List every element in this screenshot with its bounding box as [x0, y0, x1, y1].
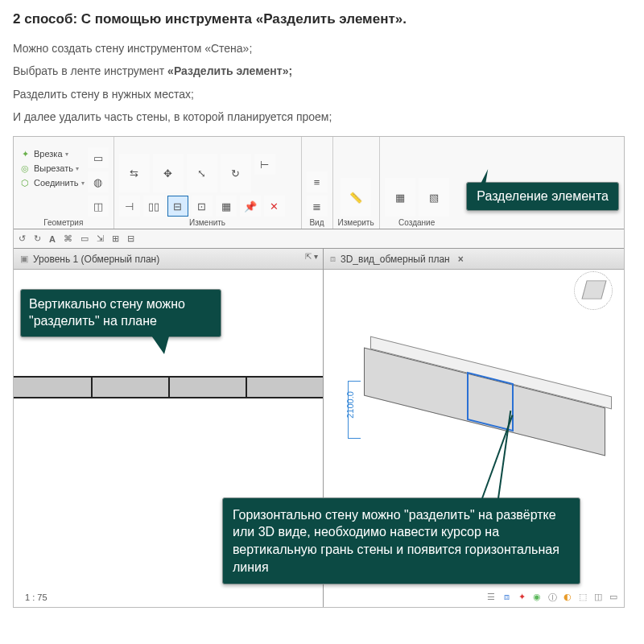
- qat-icon[interactable]: ⊟: [127, 233, 134, 244]
- cube-icon: ⧈: [330, 254, 336, 264]
- qat-icon[interactable]: ⊞: [112, 233, 119, 244]
- view-tool-a[interactable]: ≡: [307, 171, 328, 192]
- status-icon[interactable]: ▭: [608, 592, 619, 604]
- create-tool-b[interactable]: ▧: [419, 178, 449, 217]
- qat-icon[interactable]: ▭: [80, 233, 89, 244]
- 3d-tab-label: 3D_вид_обмерный план: [341, 254, 450, 265]
- cut-icon: ◎: [19, 162, 31, 175]
- wall-3d: 2100.0: [356, 353, 613, 450]
- create-tool-a[interactable]: ▦: [385, 178, 415, 217]
- join-icon: ⬡: [19, 176, 31, 189]
- qat-icon[interactable]: ⇲: [97, 233, 104, 244]
- modify-trim[interactable]: ⊢: [254, 154, 275, 175]
- tool-cut[interactable]: ◎Вырезать▾: [19, 162, 85, 175]
- modify-pin[interactable]: 📌: [240, 196, 261, 217]
- modify-array[interactable]: ▦: [216, 196, 237, 217]
- intro-line-3: Разделить стену в нужных местах;: [13, 86, 631, 102]
- geom-tool-b[interactable]: ◍: [88, 171, 109, 192]
- intro-text: Можно создать стену инструментом «Стена»…: [13, 40, 631, 125]
- view-status-bar: ☰ ⧈ ✦ ◉ Ⓘ ◐ ⬚ ◫ ▭: [485, 592, 619, 604]
- wall-plan: [14, 376, 323, 398]
- view-maximize[interactable]: ⇱ ▾: [305, 252, 318, 261]
- view-icon: ▣: [20, 254, 28, 264]
- geom-tool-a[interactable]: ▭: [88, 147, 109, 168]
- intro-line-2: Выбрать в ленте инструмент «Разделить эл…: [13, 63, 631, 79]
- status-icon[interactable]: ⧈: [501, 592, 512, 604]
- qat-icon[interactable]: A: [49, 234, 56, 244]
- status-icon[interactable]: ☰: [485, 592, 497, 604]
- insert-icon: ✦: [19, 147, 31, 160]
- plan-tab-label: Уровень 1 (Обмерный план): [33, 254, 159, 265]
- viewports: ▣ Уровень 1 (Обмерный план) ⇱ ▾ Вертикал…: [14, 249, 624, 607]
- group-label-view: Вид: [309, 218, 324, 227]
- status-icon[interactable]: ✦: [516, 592, 527, 604]
- status-icon[interactable]: Ⓘ: [547, 592, 558, 604]
- app-screenshot: ✦Врезка▾ ◎Вырезать▾ ⬡Соединить▾ ▭ ◍ ◫ Ге…: [13, 136, 625, 608]
- 3d-view[interactable]: ⧈ 3D_вид_обмерный план × 2100.0 Горизонт…: [324, 249, 624, 607]
- status-icon[interactable]: ◐: [562, 592, 573, 604]
- qat-icon[interactable]: ⌘: [64, 233, 72, 244]
- geom-tool-c[interactable]: ◫: [88, 196, 109, 217]
- callout-plan: Вертикально стену можно "разделить" на п…: [20, 289, 221, 337]
- group-label-modify: Изменить: [189, 218, 225, 227]
- view-cube[interactable]: [574, 271, 613, 310]
- modify-splitgap[interactable]: ⊡: [192, 196, 213, 217]
- plan-view-tab[interactable]: ▣ Уровень 1 (Обмерный план): [14, 249, 323, 270]
- measure-tool[interactable]: 📏: [341, 178, 371, 217]
- modify-align[interactable]: ⇆: [119, 154, 150, 192]
- group-label-geometry: Геометрия: [43, 218, 83, 227]
- qat-icon[interactable]: ↻: [34, 233, 41, 244]
- modify-extend[interactable]: ⊣: [119, 196, 140, 217]
- tool-join[interactable]: ⬡Соединить▾: [19, 176, 85, 189]
- 3d-view-tab[interactable]: ⧈ 3D_вид_обмерный план ×: [324, 249, 624, 270]
- dimension-value: 2100.0: [345, 391, 355, 419]
- quick-access-bar: ↺ ↻ A ⌘ ▭ ⇲ ⊞ ⊟: [14, 229, 624, 249]
- group-label-create: Создание: [398, 218, 435, 227]
- ribbon-tooltip: Разделение элемента: [466, 182, 619, 211]
- modify-mirror[interactable]: ▯▯: [143, 196, 164, 217]
- intro-line-4: И далее удалить часть стены, в которой п…: [13, 109, 631, 125]
- ribbon-group-geometry: ✦Врезка▾ ◎Вырезать▾ ⬡Соединить▾ ▭ ◍ ◫ Ге…: [14, 137, 114, 229]
- group-label-measure: Измерить: [338, 218, 374, 227]
- status-icon[interactable]: ◫: [592, 592, 604, 604]
- view-scale[interactable]: 1 : 75: [25, 592, 47, 602]
- modify-move[interactable]: ✥: [153, 154, 184, 192]
- tool-vrezka[interactable]: ✦Врезка▾: [19, 147, 85, 160]
- split-element-button[interactable]: ⊟: [167, 196, 188, 217]
- ribbon-group-measure: 📏 Измерить: [333, 137, 380, 229]
- intro-line-1: Можно создать стену инструментом «Стена»…: [13, 40, 631, 56]
- modify-rotate[interactable]: ↻: [221, 154, 251, 192]
- callout-3d: Горизонтально стену можно "разделить" на…: [222, 497, 580, 584]
- view-tool-b[interactable]: ≣: [307, 196, 328, 217]
- modify-offset[interactable]: ⤡: [187, 154, 217, 192]
- close-icon[interactable]: ×: [458, 254, 464, 265]
- ribbon: ✦Врезка▾ ◎Вырезать▾ ⬡Соединить▾ ▭ ◍ ◫ Ге…: [14, 137, 624, 229]
- ribbon-group-create: ▦▧ Создание: [380, 137, 454, 229]
- ribbon-group-modify: ⇆ ✥ ⤡ ↻ ⊢ ⊣ ▯▯ ⊟ ⊡ ▦ 📌 ✕ Изменить: [114, 137, 302, 229]
- qat-icon[interactable]: ↺: [19, 233, 26, 244]
- status-icon[interactable]: ◉: [531, 592, 543, 604]
- ribbon-group-view: ≡ ≣ Вид: [302, 137, 333, 229]
- section-heading: 2 способ: С помощью инструмента «Раздели…: [13, 11, 631, 27]
- status-icon[interactable]: ⬚: [577, 592, 588, 604]
- modify-delete[interactable]: ✕: [264, 196, 285, 217]
